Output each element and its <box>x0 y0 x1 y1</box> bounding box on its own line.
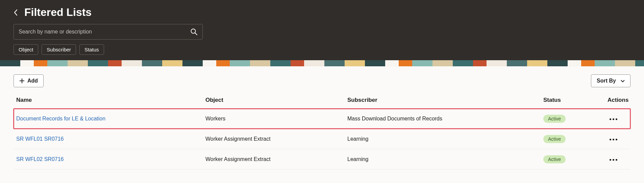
row-name-link[interactable]: SR WFL02 SR0716 <box>16 156 64 162</box>
col-header-actions: Actions <box>608 97 644 104</box>
filter-chip-status[interactable]: Status <box>79 44 104 55</box>
col-header-status: Status <box>543 97 608 104</box>
table-header: Name Object Subscriber Status Actions <box>14 97 630 109</box>
col-header-subscriber: Subscriber <box>347 97 543 104</box>
col-header-name: Name <box>16 97 205 104</box>
row-name-link[interactable]: Document Records for LE & Location <box>16 116 105 121</box>
row-subscriber: Learning <box>347 156 543 162</box>
row-object: Worker Assignment Extract <box>205 136 347 142</box>
search-icon[interactable] <box>190 28 198 36</box>
sort-by-button[interactable]: Sort By <box>591 74 630 87</box>
page-header: Filtered Lists Object Subscriber Status <box>0 0 644 60</box>
row-object: Workers <box>205 116 347 122</box>
row-actions-menu-icon[interactable] <box>608 157 619 163</box>
title-row: Filtered Lists <box>14 6 630 19</box>
col-header-object: Object <box>205 97 347 104</box>
add-button[interactable]: Add <box>14 74 44 87</box>
filter-chips: Object Subscriber Status <box>14 44 630 55</box>
back-chevron-icon[interactable] <box>14 9 18 16</box>
add-button-label: Add <box>27 78 38 84</box>
row-subscriber: Learning <box>347 136 543 142</box>
filter-chip-subscriber[interactable]: Subscriber <box>42 44 76 55</box>
status-badge: Active <box>543 115 566 123</box>
row-object: Worker Assignment Extract <box>205 156 347 162</box>
content-area: Add Sort By Name Object Subscriber Statu… <box>0 66 644 169</box>
row-actions-menu-icon[interactable] <box>608 137 619 142</box>
table-row: SR WFL02 SR0716Worker Assignment Extract… <box>14 149 630 169</box>
table-row: SR WFL01 SR0716Worker Assignment Extract… <box>14 129 630 149</box>
caret-down-icon <box>621 78 625 84</box>
plus-icon <box>19 78 25 84</box>
search-row <box>14 24 630 40</box>
row-name-link[interactable]: SR WFL01 SR0716 <box>16 136 64 142</box>
status-badge: Active <box>543 155 566 163</box>
page-title: Filtered Lists <box>24 6 92 19</box>
content-toolbar: Add Sort By <box>14 74 630 87</box>
table-body: Document Records for LE & LocationWorker… <box>14 109 630 169</box>
results-table: Name Object Subscriber Status Actions Do… <box>14 97 630 169</box>
svg-line-1 <box>195 33 197 35</box>
decorative-banner <box>0 60 644 66</box>
status-badge: Active <box>543 135 566 143</box>
filter-chip-object[interactable]: Object <box>14 44 38 55</box>
sort-by-label: Sort By <box>597 78 616 84</box>
search-input[interactable] <box>19 29 190 35</box>
table-row: Document Records for LE & LocationWorker… <box>14 109 630 129</box>
row-actions-menu-icon[interactable] <box>608 116 619 122</box>
row-subscriber: Mass Download Documents of Records <box>347 116 543 122</box>
search-box[interactable] <box>14 24 203 40</box>
